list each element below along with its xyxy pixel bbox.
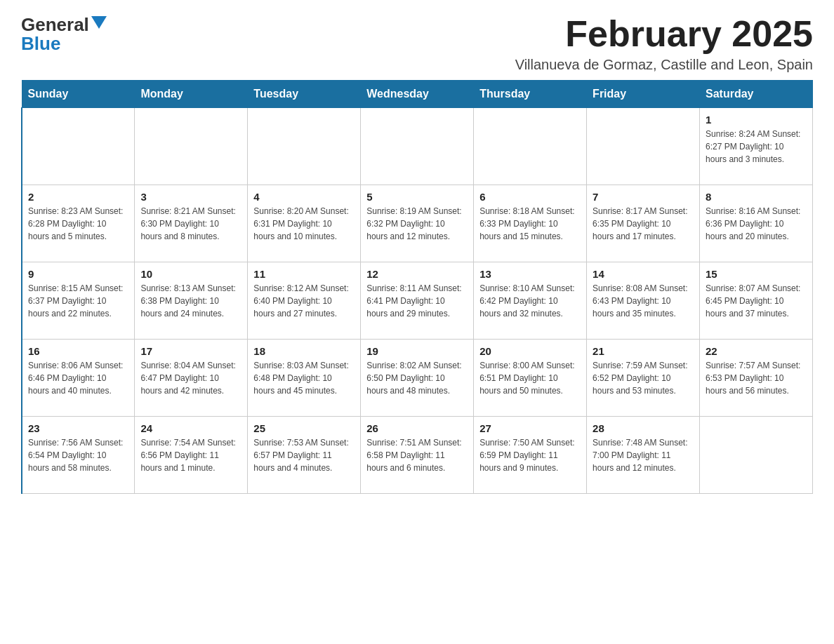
- calendar-cell: [361, 108, 474, 185]
- calendar-cell: 15Sunrise: 8:07 AM Sunset: 6:45 PM Dayli…: [700, 262, 813, 340]
- calendar-cell: 5Sunrise: 8:19 AM Sunset: 6:32 PM Daylig…: [361, 185, 474, 262]
- col-tuesday: Tuesday: [248, 81, 361, 108]
- day-info: Sunrise: 8:23 AM Sunset: 6:28 PM Dayligh…: [28, 205, 128, 243]
- calendar-cell: 26Sunrise: 7:51 AM Sunset: 6:58 PM Dayli…: [361, 417, 474, 494]
- day-number: 18: [253, 345, 355, 357]
- day-info: Sunrise: 7:48 AM Sunset: 7:00 PM Dayligh…: [593, 436, 694, 474]
- day-number: 26: [366, 422, 468, 434]
- calendar-header-row: Sunday Monday Tuesday Wednesday Thursday…: [22, 81, 813, 108]
- day-info: Sunrise: 8:20 AM Sunset: 6:31 PM Dayligh…: [253, 205, 355, 243]
- day-number: 1: [706, 114, 807, 126]
- day-info: Sunrise: 7:57 AM Sunset: 6:53 PM Dayligh…: [706, 359, 807, 397]
- calendar-cell: [248, 108, 361, 185]
- day-number: 9: [28, 268, 128, 280]
- calendar-cell: 22Sunrise: 7:57 AM Sunset: 6:53 PM Dayli…: [700, 340, 813, 417]
- calendar-cell: [22, 108, 135, 185]
- calendar-cell: 9Sunrise: 8:15 AM Sunset: 6:37 PM Daylig…: [22, 262, 135, 340]
- day-info: Sunrise: 8:21 AM Sunset: 6:30 PM Dayligh…: [140, 205, 241, 243]
- calendar-cell: 6Sunrise: 8:18 AM Sunset: 6:33 PM Daylig…: [474, 185, 587, 262]
- calendar-cell: 7Sunrise: 8:17 AM Sunset: 6:35 PM Daylig…: [587, 185, 700, 262]
- calendar-cell: 23Sunrise: 7:56 AM Sunset: 6:54 PM Dayli…: [22, 417, 135, 494]
- logo-text-blue: Blue: [21, 33, 60, 55]
- calendar-row-2: 9Sunrise: 8:15 AM Sunset: 6:37 PM Daylig…: [22, 262, 813, 340]
- col-monday: Monday: [135, 81, 248, 108]
- day-info: Sunrise: 7:59 AM Sunset: 6:52 PM Dayligh…: [593, 359, 694, 397]
- day-number: 23: [28, 422, 128, 434]
- calendar-cell: 10Sunrise: 8:13 AM Sunset: 6:38 PM Dayli…: [135, 262, 248, 340]
- calendar-row-3: 16Sunrise: 8:06 AM Sunset: 6:46 PM Dayli…: [22, 340, 813, 417]
- day-info: Sunrise: 7:56 AM Sunset: 6:54 PM Dayligh…: [28, 436, 128, 474]
- day-number: 10: [140, 268, 241, 280]
- day-info: Sunrise: 8:04 AM Sunset: 6:47 PM Dayligh…: [140, 359, 241, 397]
- day-info: Sunrise: 7:50 AM Sunset: 6:59 PM Dayligh…: [479, 436, 581, 474]
- day-info: Sunrise: 8:18 AM Sunset: 6:33 PM Dayligh…: [479, 205, 581, 243]
- calendar-cell: 28Sunrise: 7:48 AM Sunset: 7:00 PM Dayli…: [587, 417, 700, 494]
- calendar-cell: 12Sunrise: 8:11 AM Sunset: 6:41 PM Dayli…: [361, 262, 474, 340]
- day-number: 12: [366, 268, 468, 280]
- day-number: 7: [593, 191, 694, 203]
- calendar-cell: 16Sunrise: 8:06 AM Sunset: 6:46 PM Dayli…: [22, 340, 135, 417]
- col-wednesday: Wednesday: [361, 81, 474, 108]
- calendar-cell: 14Sunrise: 8:08 AM Sunset: 6:43 PM Dayli…: [587, 262, 700, 340]
- calendar-cell: 2Sunrise: 8:23 AM Sunset: 6:28 PM Daylig…: [22, 185, 135, 262]
- day-number: 27: [479, 422, 581, 434]
- day-number: 6: [479, 191, 581, 203]
- logo-triangle-icon: [91, 16, 107, 29]
- title-area: February 2025 Villanueva de Gormaz, Cast…: [515, 14, 813, 73]
- main-title: February 2025: [515, 14, 813, 54]
- calendar-row-0: 1Sunrise: 8:24 AM Sunset: 6:27 PM Daylig…: [22, 108, 813, 185]
- svg-marker-0: [91, 16, 107, 29]
- calendar-cell: 18Sunrise: 8:03 AM Sunset: 6:48 PM Dayli…: [248, 340, 361, 417]
- calendar-row-1: 2Sunrise: 8:23 AM Sunset: 6:28 PM Daylig…: [22, 185, 813, 262]
- day-info: Sunrise: 8:12 AM Sunset: 6:40 PM Dayligh…: [253, 282, 355, 320]
- calendar-cell: 21Sunrise: 7:59 AM Sunset: 6:52 PM Dayli…: [587, 340, 700, 417]
- day-number: 5: [366, 191, 468, 203]
- day-info: Sunrise: 8:08 AM Sunset: 6:43 PM Dayligh…: [593, 282, 694, 320]
- calendar-cell: [474, 108, 587, 185]
- logo: General Blue: [21, 14, 107, 55]
- day-number: 21: [593, 345, 694, 357]
- day-info: Sunrise: 8:00 AM Sunset: 6:51 PM Dayligh…: [479, 359, 581, 397]
- calendar-cell: 11Sunrise: 8:12 AM Sunset: 6:40 PM Dayli…: [248, 262, 361, 340]
- day-info: Sunrise: 8:19 AM Sunset: 6:32 PM Dayligh…: [366, 205, 468, 243]
- day-info: Sunrise: 8:03 AM Sunset: 6:48 PM Dayligh…: [253, 359, 355, 397]
- day-number: 8: [706, 191, 807, 203]
- day-info: Sunrise: 8:10 AM Sunset: 6:42 PM Dayligh…: [479, 282, 581, 320]
- calendar-cell: 19Sunrise: 8:02 AM Sunset: 6:50 PM Dayli…: [361, 340, 474, 417]
- day-number: 2: [28, 191, 128, 203]
- day-number: 3: [140, 191, 241, 203]
- subtitle: Villanueva de Gormaz, Castille and Leon,…: [515, 57, 813, 73]
- calendar-cell: 3Sunrise: 8:21 AM Sunset: 6:30 PM Daylig…: [135, 185, 248, 262]
- col-friday: Friday: [587, 81, 700, 108]
- calendar-cell: 1Sunrise: 8:24 AM Sunset: 6:27 PM Daylig…: [700, 108, 813, 185]
- col-saturday: Saturday: [700, 81, 813, 108]
- day-number: 16: [28, 345, 128, 357]
- day-number: 28: [593, 422, 694, 434]
- day-number: 4: [253, 191, 355, 203]
- calendar-cell: [700, 417, 813, 494]
- day-info: Sunrise: 8:24 AM Sunset: 6:27 PM Dayligh…: [706, 128, 807, 166]
- col-thursday: Thursday: [474, 81, 587, 108]
- calendar-cell: 20Sunrise: 8:00 AM Sunset: 6:51 PM Dayli…: [474, 340, 587, 417]
- calendar-cell: 4Sunrise: 8:20 AM Sunset: 6:31 PM Daylig…: [248, 185, 361, 262]
- day-info: Sunrise: 7:54 AM Sunset: 6:56 PM Dayligh…: [140, 436, 241, 474]
- day-info: Sunrise: 8:11 AM Sunset: 6:41 PM Dayligh…: [366, 282, 468, 320]
- calendar-cell: [587, 108, 700, 185]
- calendar-cell: 24Sunrise: 7:54 AM Sunset: 6:56 PM Dayli…: [135, 417, 248, 494]
- calendar-cell: 13Sunrise: 8:10 AM Sunset: 6:42 PM Dayli…: [474, 262, 587, 340]
- day-info: Sunrise: 8:07 AM Sunset: 6:45 PM Dayligh…: [706, 282, 807, 320]
- calendar-cell: 17Sunrise: 8:04 AM Sunset: 6:47 PM Dayli…: [135, 340, 248, 417]
- col-sunday: Sunday: [22, 81, 135, 108]
- calendar-cell: [135, 108, 248, 185]
- day-number: 15: [706, 268, 807, 280]
- day-info: Sunrise: 8:06 AM Sunset: 6:46 PM Dayligh…: [28, 359, 128, 397]
- day-number: 25: [253, 422, 355, 434]
- day-number: 13: [479, 268, 581, 280]
- day-number: 20: [479, 345, 581, 357]
- calendar-cell: 25Sunrise: 7:53 AM Sunset: 6:57 PM Dayli…: [248, 417, 361, 494]
- day-number: 24: [140, 422, 241, 434]
- calendar-cell: 8Sunrise: 8:16 AM Sunset: 6:36 PM Daylig…: [700, 185, 813, 262]
- calendar-row-4: 23Sunrise: 7:56 AM Sunset: 6:54 PM Dayli…: [22, 417, 813, 494]
- day-number: 22: [706, 345, 807, 357]
- day-number: 11: [253, 268, 355, 280]
